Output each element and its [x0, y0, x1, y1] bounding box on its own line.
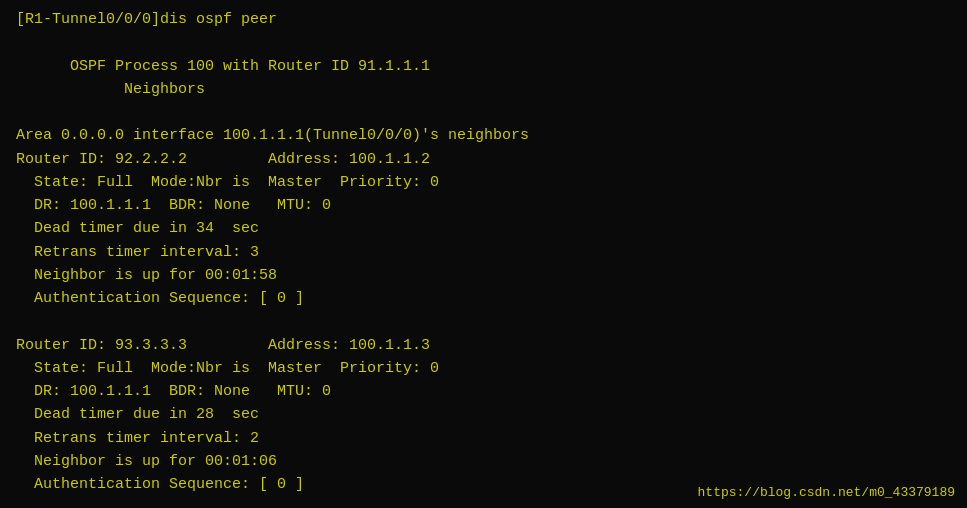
terminal: [R1-Tunnel0/0/0]dis ospf peer OSPF Proce…	[0, 0, 967, 508]
router2-state: State: Full Mode:Nbr is Master Priority:…	[16, 357, 951, 380]
router1-dr: DR: 100.1.1.1 BDR: None MTU: 0	[16, 194, 951, 217]
router2-dr: DR: 100.1.1.1 BDR: None MTU: 0	[16, 380, 951, 403]
router1-state: State: Full Mode:Nbr is Master Priority:…	[16, 171, 951, 194]
router2-dead: Dead timer due in 28 sec	[16, 403, 951, 426]
router1-id: Router ID: 92.2.2.2 Address: 100.1.1.2	[16, 148, 951, 171]
blank-3	[16, 310, 951, 333]
prompt-line: [R1-Tunnel0/0/0]dis ospf peer	[16, 8, 951, 31]
header-process: OSPF Process 100 with Router ID 91.1.1.1	[16, 55, 951, 78]
router2-retrans: Retrans timer interval: 2	[16, 427, 951, 450]
router1-neighbor: Neighbor is up for 00:01:58	[16, 264, 951, 287]
router1-auth: Authentication Sequence: [ 0 ]	[16, 287, 951, 310]
blank-1	[16, 31, 951, 54]
blank-2	[16, 101, 951, 124]
router2-neighbor: Neighbor is up for 00:01:06	[16, 450, 951, 473]
watermark: https://blog.csdn.net/m0_43379189	[698, 485, 955, 500]
header-neighbors: Neighbors	[16, 78, 951, 101]
router1-dead: Dead timer due in 34 sec	[16, 217, 951, 240]
router1-retrans: Retrans timer interval: 3	[16, 241, 951, 264]
router2-id: Router ID: 93.3.3.3 Address: 100.1.1.3	[16, 334, 951, 357]
area-line: Area 0.0.0.0 interface 100.1.1.1(Tunnel0…	[16, 124, 951, 147]
